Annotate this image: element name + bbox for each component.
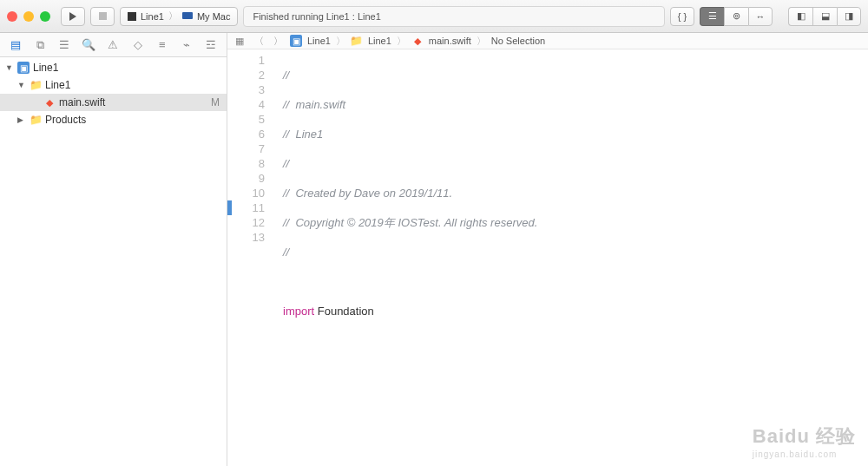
line-number: 4	[227, 97, 265, 112]
back-button[interactable]: 〈	[252, 35, 266, 48]
code-comment: // Created by Dave on 2019/1/11.	[283, 187, 452, 200]
chevron-right-icon: 〉	[477, 35, 486, 48]
play-icon	[69, 12, 77, 21]
keyword: import	[283, 305, 314, 318]
code-comment: //	[283, 246, 289, 259]
line-number: 10	[227, 186, 265, 200]
code-comment: // Copyright © 2019年 IOSTest. All rights…	[283, 216, 537, 229]
source-control-navigator-tab[interactable]: ⧉	[31, 38, 49, 52]
svg-rect-1	[99, 12, 107, 20]
jump-bar[interactable]: ▦ 〈 〉 ▣ Line1 〉 📁 Line1 〉 ◆ main.swift 〉…	[227, 33, 868, 49]
products-label: Products	[45, 114, 86, 126]
breakpoint-navigator-tab[interactable]: ⌁	[178, 38, 195, 51]
jumpbar-crumb[interactable]: No Selection	[491, 36, 545, 46]
mac-icon	[182, 12, 193, 20]
line-number: 2	[227, 68, 265, 82]
left-panel-icon: ◧	[797, 10, 806, 22]
stop-icon	[99, 12, 107, 20]
blank-line	[283, 274, 868, 289]
source-editor[interactable]: 1 2 3 4 5 6 7 8 9 10 11 12 13 // // main…	[227, 49, 868, 466]
blank-line	[283, 392, 868, 407]
version-editor-button[interactable]: ↔	[748, 7, 773, 26]
scm-status-badge: M	[211, 96, 220, 108]
status-text: Finished running Line1 : Line1	[253, 11, 380, 22]
stop-button[interactable]	[90, 7, 115, 26]
tree-file-row[interactable]: ◆ main.swift M	[0, 94, 227, 111]
group-name-label: Line1	[45, 79, 70, 91]
xcode-project-icon: ▣	[290, 35, 302, 47]
svg-rect-2	[128, 12, 136, 21]
scheme-selector[interactable]: Line1 〉 My Mac	[120, 7, 238, 26]
code-comment: //	[283, 157, 289, 170]
svg-rect-3	[182, 12, 193, 19]
tree-group-row[interactable]: ▼ 📁 Line1	[0, 76, 227, 94]
tree-products-row[interactable]: ▶ 📁 Products	[0, 111, 227, 128]
line-number: 5	[227, 112, 265, 127]
target-icon	[128, 12, 136, 21]
folder-icon: 📁	[351, 35, 363, 47]
file-name-label: main.swift	[59, 96, 105, 108]
close-window-button[interactable]	[7, 11, 17, 22]
line-number: 12	[227, 215, 265, 230]
line-number: 8	[227, 156, 265, 171]
navigator-selector-bar: ▤ ⧉ ☰ 🔍 ⚠ ◇ ≡ ⌁ ☲	[0, 33, 227, 57]
related-items-icon[interactable]: ▦	[233, 36, 247, 47]
line-number: 6	[227, 127, 265, 141]
zoom-window-button[interactable]	[40, 11, 50, 22]
minimize-window-button[interactable]	[23, 11, 34, 22]
folder-icon: 📁	[30, 79, 42, 91]
panel-toggles: ◧ ⬓ ◨	[788, 7, 861, 26]
identifier: Foundation	[314, 305, 374, 318]
test-navigator-tab[interactable]: ◇	[129, 38, 147, 51]
svg-marker-0	[69, 12, 76, 21]
code-comment: // main.swift	[283, 98, 345, 111]
line-number: 3	[227, 82, 265, 97]
forward-button[interactable]: 〉	[271, 35, 285, 48]
disclosure-triangle-icon[interactable]: ▼	[5, 63, 14, 72]
editor-area: ▦ 〈 〉 ▣ Line1 〉 📁 Line1 〉 ◆ main.swift 〉…	[227, 33, 868, 466]
navigator-sidebar: ▤ ⧉ ☰ 🔍 ⚠ ◇ ≡ ⌁ ☲ ▼ ▣ Line1 ▼ 📁 Line1 ◆	[0, 33, 227, 466]
standard-editor-button[interactable]: ☰	[700, 7, 724, 26]
main-area: ▤ ⧉ ☰ 🔍 ⚠ ◇ ≡ ⌁ ☲ ▼ ▣ Line1 ▼ 📁 Line1 ◆	[0, 33, 868, 466]
line-number: 9	[227, 171, 265, 186]
project-tree: ▼ ▣ Line1 ▼ 📁 Line1 ◆ main.swift M ▶ 📁 P…	[0, 57, 227, 466]
find-navigator-tab[interactable]: 🔍	[80, 38, 97, 51]
blank-line	[283, 363, 868, 377]
scheme-name: Line1	[141, 11, 164, 22]
code-text[interactable]: // // main.swift // Line1 // // Created …	[278, 49, 868, 466]
toggle-navigator-button[interactable]: ◧	[788, 7, 812, 26]
toggle-inspector-button[interactable]: ◨	[837, 7, 861, 26]
symbol-navigator-tab[interactable]: ☰	[56, 38, 73, 51]
chevron-right-icon: 〉	[336, 35, 345, 48]
line-marker	[227, 200, 232, 215]
disclosure-triangle-icon[interactable]: ▶	[17, 115, 26, 124]
disclosure-triangle-icon[interactable]: ▼	[17, 81, 26, 89]
bottom-panel-icon: ⬓	[821, 10, 830, 22]
library-button[interactable]: { }	[670, 7, 694, 26]
watermark: Baidu 经验 jingyan.baidu.com	[753, 423, 856, 459]
swift-file-icon: ◆	[43, 96, 56, 108]
jumpbar-crumb[interactable]: Line1	[368, 36, 391, 46]
braces-icon: { }	[678, 11, 687, 22]
xcode-project-icon: ▣	[17, 62, 30, 74]
swift-file-icon: ◆	[411, 35, 424, 47]
project-navigator-tab[interactable]: ▤	[7, 38, 24, 51]
watermark-brand: Baidu 经验	[753, 425, 856, 447]
lines-icon: ☰	[708, 10, 717, 22]
issue-navigator-tab[interactable]: ⚠	[104, 38, 122, 51]
line-number: 13	[227, 230, 265, 245]
arrows-icon: ↔	[756, 11, 766, 22]
line-number: 1	[227, 53, 265, 68]
tree-project-row[interactable]: ▼ ▣ Line1	[0, 59, 227, 76]
toggle-debug-button[interactable]: ⬓	[812, 7, 837, 26]
traffic-lights	[7, 11, 50, 22]
jumpbar-crumb[interactable]: main.swift	[429, 36, 471, 46]
report-navigator-tab[interactable]: ☲	[202, 38, 220, 51]
line-number-gutter: 1 2 3 4 5 6 7 8 9 10 11 12 13	[227, 49, 278, 466]
assistant-editor-button[interactable]: ⊚	[724, 7, 748, 26]
chevron-right-icon: 〉	[168, 10, 178, 23]
scheme-destination: My Mac	[197, 11, 231, 22]
debug-navigator-tab[interactable]: ≡	[154, 38, 171, 51]
run-button[interactable]	[61, 7, 85, 26]
jumpbar-crumb[interactable]: Line1	[307, 36, 331, 46]
